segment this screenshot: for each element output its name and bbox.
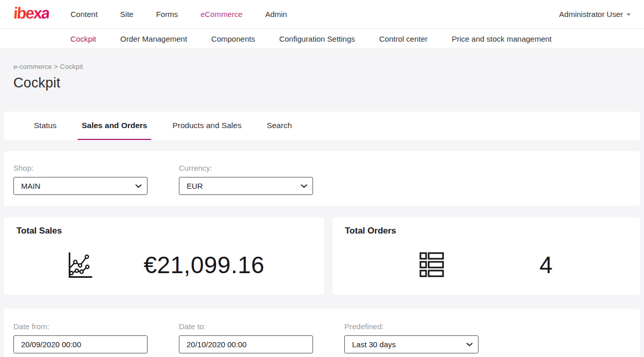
chevron-down-icon xyxy=(627,13,631,16)
predefined-select[interactable]: Last 30 days xyxy=(344,335,479,353)
subnav-item-control-center[interactable]: Control center xyxy=(379,34,428,43)
breadcrumb-separator: > xyxy=(54,63,58,70)
total-sales-title: Total Sales xyxy=(16,226,312,236)
breadcrumb: e-commerce > Cockpit xyxy=(13,63,644,70)
currency-label: Currency: xyxy=(179,164,313,172)
subnav-item-configuration-settings[interactable]: Configuration Settings xyxy=(279,34,355,43)
total-orders-body: 4 xyxy=(345,240,628,290)
date-to-field: Date to: xyxy=(179,322,313,357)
total-sales-card: Total Sales €21 xyxy=(4,218,324,295)
total-orders-value: 4 xyxy=(539,251,553,279)
order-list-icon xyxy=(419,251,444,279)
nav-item-ecommerce[interactable]: eCommerce xyxy=(200,10,243,19)
nav-item-admin[interactable]: Admin xyxy=(265,10,287,19)
subnav-item-cockpit[interactable]: Cockpit xyxy=(70,34,96,43)
date-from-field: Date from: xyxy=(13,322,148,357)
shop-label: Shop: xyxy=(13,164,148,172)
cockpit-tabbar: Status Sales and Orders Products and Sal… xyxy=(4,112,640,140)
page-title: Cockpit xyxy=(13,75,644,91)
nav-item-content[interactable]: Content xyxy=(70,10,98,19)
user-menu-label: Administrator User xyxy=(559,10,623,19)
main-nav: Content Site Forms eCommerce Admin xyxy=(70,10,287,19)
total-sales-value: €21,099.16 xyxy=(143,251,264,279)
date-from-input[interactable] xyxy=(13,335,148,353)
tab-products-and-sales[interactable]: Products and Sales xyxy=(168,112,245,140)
subnav-item-price-stock-management[interactable]: Price and stock management xyxy=(452,34,551,43)
tab-sales-and-orders[interactable]: Sales and Orders xyxy=(78,112,152,140)
currency-select-wrap: EUR xyxy=(179,177,313,195)
date-to-input[interactable] xyxy=(179,335,313,353)
total-orders-card: Total Orders 4 xyxy=(333,218,640,295)
date-from-label: Date from: xyxy=(13,322,148,331)
date-to-label: Date to: xyxy=(179,322,313,331)
top-bar: ibexa Content Site Forms eCommerce Admin… xyxy=(0,0,644,29)
ecommerce-subnav: Cockpit Order Management Components Conf… xyxy=(0,29,644,49)
tab-search[interactable]: Search xyxy=(263,112,296,140)
currency-field: Currency: EUR xyxy=(179,164,313,195)
line-chart-icon xyxy=(64,249,95,280)
nav-item-forms[interactable]: Forms xyxy=(156,10,178,19)
subnav-item-order-management[interactable]: Order Management xyxy=(120,34,187,43)
currency-select[interactable]: EUR xyxy=(179,177,313,195)
user-menu[interactable]: Administrator User xyxy=(559,10,631,19)
tab-status[interactable]: Status xyxy=(30,112,61,140)
shop-currency-filter-panel: Shop: MAIN Currency: EUR xyxy=(4,151,640,206)
predefined-select-wrap: Last 30 days xyxy=(344,335,479,353)
total-orders-title: Total Orders xyxy=(345,226,628,236)
breadcrumb-current: Cockpit xyxy=(60,63,83,70)
predefined-field: Predefined: Last 30 days xyxy=(344,322,479,357)
shop-select-wrap: MAIN xyxy=(13,177,148,195)
stats-row: Total Sales €21 xyxy=(4,218,640,295)
main-content: Status Sales and Orders Products and Sal… xyxy=(4,112,640,357)
breadcrumb-parent[interactable]: e-commerce xyxy=(13,63,52,70)
date-filter-panel: Date from: Date to: Predefined: Last 30 … xyxy=(4,309,640,357)
predefined-label: Predefined: xyxy=(344,322,479,331)
shop-field: Shop: MAIN xyxy=(13,164,148,195)
subnav-item-components[interactable]: Components xyxy=(211,34,255,43)
total-sales-body: €21,099.16 xyxy=(16,240,312,290)
shop-select[interactable]: MAIN xyxy=(13,177,148,195)
ibexa-logo[interactable]: ibexa xyxy=(13,5,50,23)
nav-item-site[interactable]: Site xyxy=(120,10,134,19)
